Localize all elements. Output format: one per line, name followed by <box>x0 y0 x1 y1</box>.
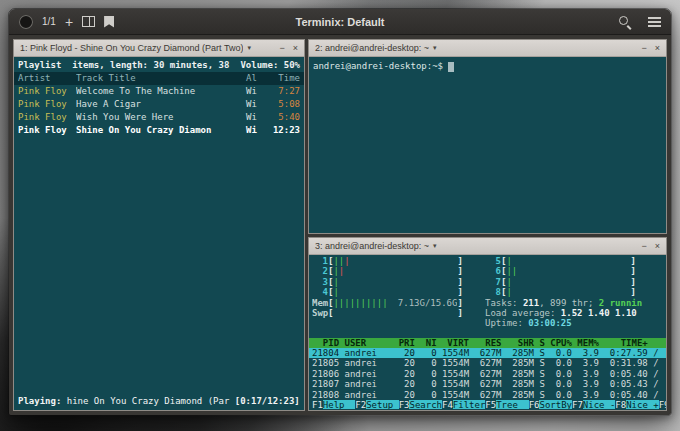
cpu-meter-3: 3[|] <box>312 277 469 287</box>
pane-music: 1: Pink Floyd - Shine On You Crazy Diamo… <box>13 39 305 411</box>
cpu-meter-8: 8[|] <box>485 287 642 297</box>
pane-music-titlebar[interactable]: 1: Pink Floyd - Shine On You Crazy Diamo… <box>14 40 304 57</box>
desktop-wallpaper: 1/1 + Terminix: Default 1: Pink Floyd - … <box>0 0 680 431</box>
playlist-status-line: Playlist items, length: 30 minutes, 38 V… <box>18 59 300 72</box>
window-title: Terminix: Default <box>295 16 384 28</box>
chevron-down-icon[interactable]: ▾ <box>247 44 251 52</box>
shell-terminal[interactable]: andrei@andrei-desktop:~$ <box>309 57 666 233</box>
music-terminal[interactable]: Playlist items, length: 30 minutes, 38 V… <box>14 57 304 410</box>
pane-shell: 2: andrei@andrei-desktop: ~ ▾ − × andrei… <box>308 39 667 234</box>
chevron-down-icon[interactable]: ▾ <box>433 242 437 250</box>
bookmark-icon[interactable] <box>104 16 114 28</box>
track-row: Pink Floy Wish You Were Here Wi 5:40 <box>18 111 300 124</box>
pane-close-button[interactable]: × <box>293 43 298 53</box>
fkey-setup[interactable]: F2Setup <box>355 400 398 409</box>
memory-meter: Mem[||||||||||7.13G/15.6G] <box>312 298 469 308</box>
sessions-button[interactable] <box>19 15 33 29</box>
process-row-selected: 21804andrei2001554M627M285MS0.03.90:27.5… <box>309 348 666 358</box>
pane-shell-titlebar[interactable]: 2: andrei@andrei-desktop: ~ ▾ − × <box>309 40 666 57</box>
playlist-summary: Playlist items, length: 30 minutes, 38 <box>18 59 229 72</box>
playing-label: Playing: <box>18 395 61 408</box>
uptime: Uptime: 03:00:25 <box>485 318 642 328</box>
terminal-cursor <box>448 62 454 72</box>
column-time: Time <box>264 72 300 85</box>
playlist-column-headers: Artist Track Title Al Time <box>14 72 304 85</box>
pane-htop-titlebar[interactable]: 3: andrei@andrei-desktop: ~ ▾ − × <box>309 238 666 255</box>
cpu-meter-1: 1[|||] <box>312 256 469 266</box>
search-icon[interactable] <box>618 15 632 29</box>
process-row: 21806andrei2001554M627M285MS0.03.90:05.4… <box>312 369 663 379</box>
track-row: Pink Floy Welcome To The Machine Wi 7:27 <box>18 85 300 98</box>
column-title: Track Title <box>76 72 246 85</box>
process-row: 21805andrei2001554M627M285MS0.03.90:31.9… <box>312 358 663 368</box>
menu-icon[interactable] <box>648 17 661 27</box>
fkey-kill[interactable]: F9Kill <box>659 400 666 409</box>
column-artist: Artist <box>18 72 76 85</box>
pane-minimize-button[interactable]: − <box>279 43 284 53</box>
session-indicator: 1/1 <box>42 16 56 27</box>
htop-function-key-bar: F1Help F2Setup F3Search F4Filter F5Tree … <box>309 400 666 409</box>
playing-track: hine On You Crazy Diamond (Par <box>61 395 234 408</box>
terminix-window: 1/1 + Terminix: Default 1: Pink Floyd - … <box>8 8 672 416</box>
pane-htop: 3: andrei@andrei-desktop: ~ ▾ − × 1[|||] <box>308 237 667 411</box>
fkey-sortby[interactable]: F6SortBy <box>529 400 572 409</box>
playing-time: [0:17/12:23] <box>235 395 300 408</box>
process-row: 21808andrei2001554M627M285MS0.03.90:05.4… <box>312 390 663 400</box>
fkey-tree[interactable]: F5Tree <box>485 400 528 409</box>
fkey-search[interactable]: F3Search <box>399 400 442 409</box>
pane-minimize-button[interactable]: − <box>641 241 646 251</box>
tasks-summary: Tasks: 211, 899 thr; 2 running <box>485 298 642 308</box>
cpu-meter-5: 5[|] <box>485 256 642 266</box>
load-average: Load average: 1.52 1.40 1.10 <box>485 308 642 318</box>
right-column: 2: andrei@andrei-desktop: ~ ▾ − × andrei… <box>308 39 667 411</box>
cpu-meter-2: 2[||] <box>312 266 469 276</box>
fkey-filter[interactable]: F4Filter <box>442 400 485 409</box>
pane-shell-title: 2: andrei@andrei-desktop: ~ <box>315 43 429 53</box>
pane-minimize-button[interactable]: − <box>641 43 646 53</box>
swap-meter: Swp[] <box>312 308 469 318</box>
column-album: Al <box>246 72 264 85</box>
new-session-plus-icon[interactable]: + <box>65 17 73 27</box>
fkey-nice-minus[interactable]: F7Nice - <box>572 400 615 409</box>
pane-htop-title: 3: andrei@andrei-desktop: ~ <box>315 241 429 251</box>
fkey-nice-plus[interactable]: F8Nice + <box>615 400 658 409</box>
cpu-meter-4: 4[|] <box>312 287 469 297</box>
cpu-meter-7: 7[|] <box>485 277 642 287</box>
chevron-down-icon[interactable]: ▾ <box>433 44 437 52</box>
panes-container: 1: Pink Floyd - Shine On You Crazy Diamo… <box>9 35 671 415</box>
now-playing-line: Playing: hine On You Crazy Diamond (Par … <box>18 395 300 408</box>
window-titlebar[interactable]: 1/1 + Terminix: Default <box>9 9 671 35</box>
process-table-header[interactable]: PIDUSERPRINIVIRTRESSHRSCPU%MEM%TIME+ <box>309 338 666 348</box>
volume-indicator: Volume: 50% <box>240 59 300 72</box>
pane-close-button[interactable]: × <box>655 241 660 251</box>
htop-terminal[interactable]: 1[|||] 5[|] 2[||] 6[||] <box>309 255 666 410</box>
pane-music-title: 1: Pink Floyd - Shine On You Crazy Diamo… <box>20 43 243 53</box>
fkey-help[interactable]: F1Help <box>312 400 355 409</box>
process-row: 21807andrei2001554M627M285MS0.03.90:05.4… <box>312 379 663 389</box>
track-row: Pink Floy Have A Cigar Wi 5:08 <box>18 98 300 111</box>
pane-close-button[interactable]: × <box>655 43 660 53</box>
split-pane-icon[interactable] <box>82 16 95 27</box>
shell-prompt: andrei@andrei-desktop:~$ <box>313 60 443 73</box>
cpu-meter-6: 6[||] <box>485 266 642 276</box>
track-row-selected: Pink Floy Shine On You Crazy Diamon Wi 1… <box>18 124 300 137</box>
